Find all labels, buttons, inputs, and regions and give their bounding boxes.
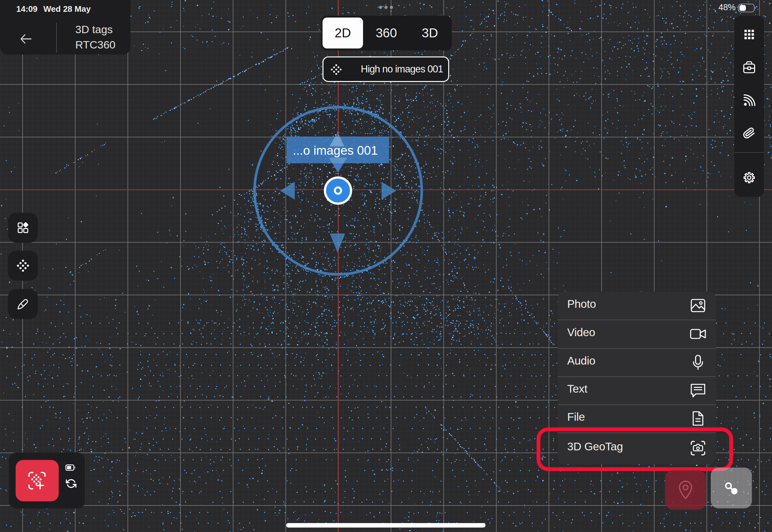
svg-text:...o images 001: ...o images 001 <box>293 144 378 157</box>
